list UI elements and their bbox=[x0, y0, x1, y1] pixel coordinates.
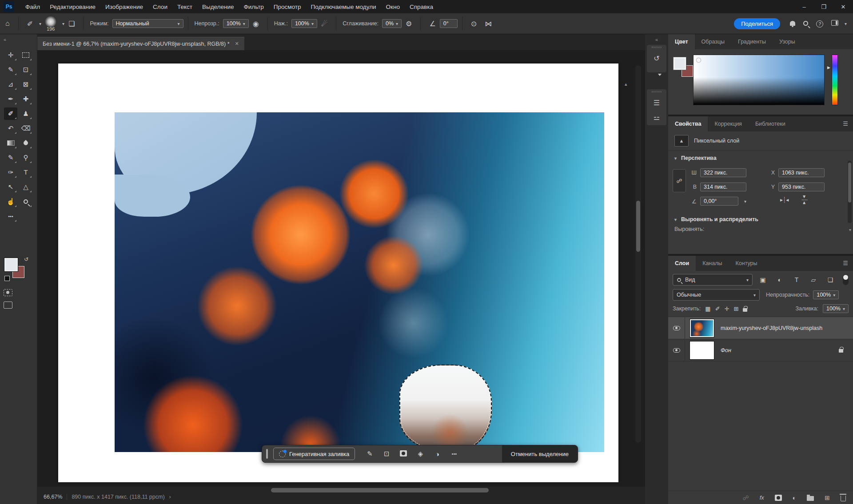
rotate-angle-input[interactable]: 0,00° bbox=[700, 197, 738, 206]
scroll-down-chevron-icon[interactable]: ▾ bbox=[849, 227, 851, 232]
fill-selection-icon[interactable]: ◈ bbox=[412, 450, 429, 458]
status-chevron-icon[interactable]: › bbox=[169, 494, 171, 500]
layer-visibility-toggle[interactable] bbox=[668, 317, 685, 339]
tab-adjustments[interactable]: Коррекция bbox=[708, 116, 748, 131]
blur-tool[interactable] bbox=[19, 137, 32, 149]
dodge-tool[interactable]: ⚲ bbox=[19, 151, 32, 164]
menu-select[interactable]: Выделение bbox=[197, 0, 239, 13]
help-icon[interactable]: ? bbox=[816, 20, 823, 28]
horizontal-scrollbar[interactable] bbox=[37, 488, 645, 493]
layer-fill-input[interactable]: 100% ▾ bbox=[823, 304, 849, 313]
hue-slider-marker[interactable]: ▶ bbox=[827, 65, 830, 70]
move-tool[interactable]: ✛ bbox=[4, 49, 17, 61]
lock-pixels-icon[interactable]: ✐ bbox=[715, 306, 720, 312]
vertical-scrollbar[interactable] bbox=[635, 65, 641, 443]
history-brush-tool[interactable]: ↶ bbox=[4, 122, 17, 135]
edit-toolbar-button[interactable]: ••• bbox=[4, 210, 17, 222]
canvas-area[interactable]: Генеративная заливка ✎ ⊡ ◈ ◑ ••• Отменит… bbox=[37, 50, 645, 487]
new-adjustment-layer-icon[interactable]: ◐ bbox=[793, 494, 796, 501]
invert-selection-icon[interactable]: ◑ bbox=[429, 450, 446, 458]
rectangular-marquee-tool[interactable] bbox=[19, 49, 32, 61]
flip-horizontal-icon[interactable]: ▸┊◂ bbox=[780, 197, 789, 203]
tab-color[interactable]: Цвет bbox=[668, 34, 695, 49]
type-tool[interactable]: T bbox=[19, 166, 32, 179]
symmetry-butterfly-icon[interactable]: ⋈ bbox=[485, 20, 492, 28]
menu-type[interactable]: Текст bbox=[172, 0, 197, 13]
transform-section-header[interactable]: ▾ Перспектива bbox=[668, 151, 853, 163]
spot-healing-tool[interactable]: ✚ bbox=[19, 93, 32, 105]
deselect-button[interactable]: Отменить выделение bbox=[502, 445, 578, 463]
gradient-tool[interactable] bbox=[4, 137, 17, 149]
menu-layers[interactable]: Слои bbox=[148, 0, 172, 13]
brush-tool-preset-icon[interactable]: ✐ bbox=[27, 20, 33, 28]
frame-tool[interactable]: ⊠ bbox=[19, 78, 32, 91]
menu-view[interactable]: Просмотр bbox=[269, 0, 306, 13]
shape-tool[interactable]: △ bbox=[19, 181, 32, 193]
link-dimensions-icon[interactable]: ☍ bbox=[673, 169, 686, 192]
default-colors-icon[interactable] bbox=[4, 276, 10, 281]
pen-tool[interactable]: ✑ bbox=[4, 166, 17, 179]
hand-tool[interactable]: ☝ bbox=[4, 195, 17, 208]
generative-fill-button[interactable]: Генеративная заливка bbox=[273, 448, 355, 460]
color-picker-cursor[interactable] bbox=[697, 58, 701, 62]
lock-position-icon[interactable]: ✛ bbox=[725, 306, 729, 312]
gear-icon[interactable]: ⚙ bbox=[406, 20, 412, 28]
dock-grip[interactable] bbox=[652, 47, 662, 48]
lock-all-icon[interactable] bbox=[743, 308, 747, 312]
close-tab-icon[interactable]: ✕ bbox=[235, 41, 239, 47]
new-group-icon[interactable] bbox=[807, 496, 814, 501]
dock-grip[interactable] bbox=[652, 91, 662, 92]
layer-blend-mode-select[interactable]: Обычные ▾ bbox=[673, 289, 760, 301]
menu-filter[interactable]: Фильтр bbox=[239, 0, 268, 13]
brush-tool[interactable]: ✐ bbox=[4, 107, 17, 120]
scrollbar-thumb[interactable] bbox=[636, 201, 640, 252]
brushes-panel-icon[interactable]: ☰ bbox=[654, 99, 660, 107]
align-section-header[interactable]: ▾ Выровнять и распределить bbox=[668, 212, 853, 224]
collapse-chevron-icon[interactable]: ▴ bbox=[625, 81, 627, 87]
brush-settings-panel-icon[interactable]: ❏ bbox=[68, 20, 75, 28]
foreground-color-swatch[interactable] bbox=[674, 57, 686, 70]
notifications-bell-icon[interactable] bbox=[790, 20, 795, 28]
pressure-size-icon[interactable]: ⊙ bbox=[471, 20, 477, 28]
filter-type-layers-icon[interactable]: T bbox=[790, 276, 803, 283]
delete-layer-icon[interactable] bbox=[841, 496, 846, 501]
menu-image[interactable]: Изображение bbox=[100, 0, 148, 13]
expand-dock-icon[interactable]: « bbox=[655, 37, 658, 42]
photo-image[interactable] bbox=[115, 112, 604, 452]
tab-swatches[interactable]: Образцы bbox=[695, 34, 732, 49]
layer-name[interactable]: maxim-yuryshev-oFJ8pUVR8jw-unsplash bbox=[721, 325, 822, 331]
height-input[interactable]: 314 пикс. bbox=[700, 183, 746, 191]
eraser-tool[interactable]: ⌫ bbox=[19, 122, 32, 135]
new-layer-icon[interactable]: ⊞ bbox=[825, 494, 830, 501]
link-layers-icon[interactable]: ☍ bbox=[742, 494, 749, 501]
selection-marching-ants[interactable] bbox=[399, 365, 492, 452]
layer-filtering-toggle[interactable] bbox=[843, 274, 849, 285]
transform-selection-icon[interactable]: ⊡ bbox=[378, 450, 395, 458]
eyedropper-tool[interactable]: ✒ bbox=[4, 93, 17, 105]
flow-input[interactable]: 100% ▾ bbox=[291, 19, 317, 28]
lock-transparency-icon[interactable]: ▦ bbox=[705, 306, 710, 312]
layer-name[interactable]: Фон bbox=[721, 347, 731, 353]
tab-gradients[interactable]: Градиенты bbox=[731, 34, 773, 49]
swap-colors-icon[interactable]: ↺ bbox=[24, 256, 28, 262]
x-input[interactable]: 1063 пикс. bbox=[778, 168, 825, 177]
drag-handle[interactable] bbox=[266, 449, 268, 459]
tab-channels[interactable]: Каналы bbox=[696, 256, 729, 271]
adjustments-panel-icon[interactable]: ⚍ bbox=[654, 113, 660, 122]
clone-stamp-tool[interactable]: ♟ bbox=[19, 107, 32, 120]
foreground-color-swatch[interactable] bbox=[4, 258, 18, 271]
width-input[interactable]: 322 пикс. bbox=[700, 168, 746, 177]
zoom-level[interactable]: 66,67% bbox=[44, 494, 67, 500]
chevron-down-icon[interactable]: ▾ bbox=[744, 199, 746, 204]
y-input[interactable]: 953 пикс. bbox=[778, 183, 825, 191]
filter-smart-objects-icon[interactable]: ❏ bbox=[824, 276, 837, 283]
scrollbar-thumb[interactable] bbox=[271, 488, 489, 492]
workspace-icon[interactable] bbox=[831, 20, 838, 28]
layer-row-image[interactable]: maxim-yuryshev-oFJ8pUVR8jw-unsplash bbox=[668, 317, 853, 339]
menu-plugins[interactable]: Подключаемые модули bbox=[306, 0, 381, 13]
maximize-button[interactable]: ❐ bbox=[814, 0, 833, 13]
brush-preset-picker[interactable]: 196 bbox=[45, 16, 56, 32]
version-history-icon[interactable]: ↺ bbox=[654, 54, 659, 63]
search-icon[interactable] bbox=[803, 20, 808, 28]
tab-patterns[interactable]: Узоры bbox=[773, 34, 802, 49]
